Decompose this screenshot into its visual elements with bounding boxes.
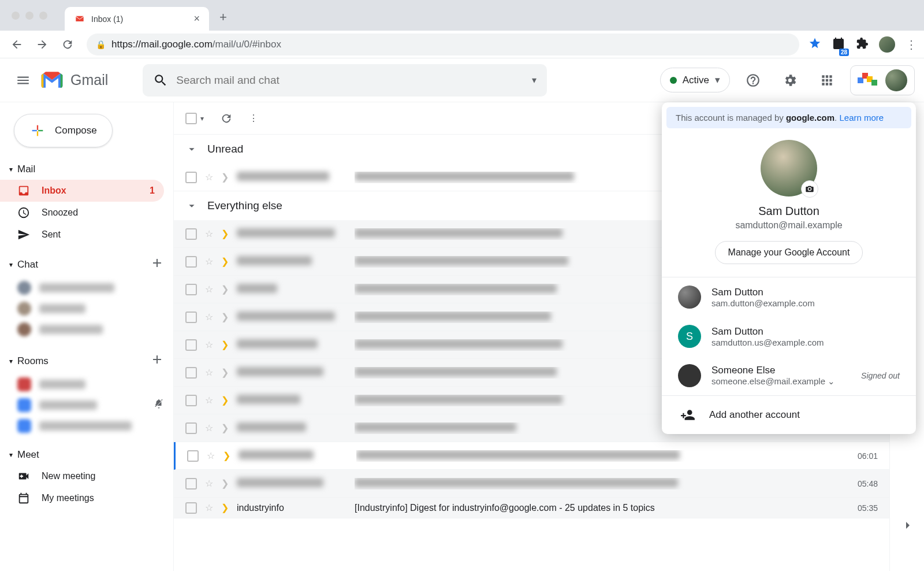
add-chat-icon[interactable] — [150, 256, 164, 273]
gmail-logo[interactable]: Gmail — [39, 71, 108, 90]
send-icon — [17, 228, 30, 241]
close-tab-icon[interactable]: × — [193, 13, 200, 25]
account-option[interactable]: Someone Elsesomeone.else@mail.example ⌄ … — [662, 356, 916, 395]
email-time: 05:35 — [846, 503, 878, 513]
signed-out-label: Signed out — [861, 371, 900, 380]
reload-button[interactable] — [58, 35, 77, 54]
account-option[interactable]: S Sam Duttonsamdutton.us@example.com — [662, 317, 916, 356]
browser-tab-strip: Inbox (1) × + — [0, 0, 924, 31]
chevron-down-icon — [185, 199, 198, 212]
room-item[interactable] — [0, 374, 173, 395]
extension-badge-count: 28 — [839, 49, 849, 56]
apps-launcher-button[interactable] — [813, 66, 841, 94]
support-button[interactable] — [739, 66, 767, 94]
room-item[interactable] — [0, 395, 173, 416]
chat-contact[interactable] — [0, 277, 173, 298]
search-box[interactable]: ▾ — [143, 64, 547, 97]
importance-icon[interactable]: ❯ — [221, 172, 229, 183]
mute-icon — [154, 399, 164, 411]
add-account-button[interactable]: Add another account — [662, 395, 916, 434]
learn-more-link[interactable]: Learn more — [839, 113, 884, 123]
email-row[interactable]: ☆❯05:48 — [174, 470, 889, 498]
new-tab-button[interactable]: + — [219, 10, 227, 25]
url-text: https://mail.google.com/mail/u/0/#inbox — [111, 39, 281, 50]
add-person-icon — [680, 407, 695, 422]
sidebar-item-label: Inbox — [42, 186, 66, 196]
extension-calendar-icon[interactable]: 28 — [832, 36, 845, 53]
browser-tab[interactable]: Inbox (1) × — [65, 7, 209, 31]
email-checkbox[interactable] — [185, 172, 197, 183]
svg-rect-3 — [871, 80, 877, 86]
status-pill[interactable]: Active ▾ — [660, 68, 730, 92]
bookmark-star-icon[interactable] — [808, 37, 821, 52]
chat-section-header[interactable]: ▾Chat — [0, 251, 173, 277]
profile-name: Sam Dutton — [662, 205, 916, 218]
chrome-profile-avatar[interactable] — [879, 36, 895, 53]
sidebar-item-label: Sent — [42, 229, 61, 240]
account-avatar — [678, 286, 701, 309]
email-time: 06:01 — [846, 451, 878, 461]
refresh-button[interactable] — [220, 112, 233, 125]
compose-plus-icon — [29, 123, 46, 139]
address-bar[interactable]: 🔒 https://mail.google.com/mail/u/0/#inbo… — [87, 34, 799, 55]
calendar-icon — [17, 492, 30, 505]
window-controls[interactable] — [12, 12, 47, 20]
back-button[interactable] — [7, 35, 27, 54]
more-button[interactable]: ⋮ — [249, 113, 258, 124]
sidebar-item-label: Snoozed — [42, 207, 78, 218]
account-popup: This account is managed by google.com. L… — [662, 102, 916, 434]
sidebar-item-label: My meetings — [42, 493, 94, 503]
chrome-menu-icon[interactable]: ⋮ — [906, 38, 917, 51]
browser-toolbar: 🔒 https://mail.google.com/mail/u/0/#inbo… — [0, 31, 924, 58]
sidebar: Compose ▾Mail Inbox 1 Snoozed Sent ▾Chat… — [0, 102, 173, 571]
search-icon — [153, 73, 168, 88]
account-avatar — [885, 69, 907, 91]
tab-title: Inbox (1) — [91, 14, 123, 24]
compose-button[interactable]: Compose — [14, 114, 113, 147]
popup-profile: Sam Dutton samdutton@mail.example Manage… — [662, 133, 916, 277]
forward-button[interactable] — [32, 35, 52, 54]
settings-button[interactable] — [776, 66, 804, 94]
manage-account-button[interactable]: Manage your Google Account — [715, 241, 863, 264]
sidebar-item-snoozed[interactable]: Snoozed — [0, 202, 164, 224]
status-caret-icon: ▾ — [715, 74, 720, 86]
inbox-icon — [17, 184, 30, 197]
sidebar-item-my-meetings[interactable]: My meetings — [0, 487, 164, 509]
change-photo-button[interactable] — [801, 180, 818, 198]
org-logo-icon — [858, 72, 878, 89]
compose-label: Compose — [55, 125, 97, 136]
sidebar-item-new-meeting[interactable]: New meeting — [0, 465, 164, 487]
select-all-checkbox[interactable]: ▾ — [185, 113, 204, 124]
meet-section-header[interactable]: ▾Meet — [0, 444, 173, 465]
account-option[interactable]: Sam Duttonsam.dutton@example.com — [662, 277, 916, 317]
chat-contact[interactable] — [0, 319, 173, 340]
clock-icon — [17, 206, 30, 219]
email-row[interactable]: ☆❯06:01 — [174, 442, 889, 470]
extensions-icon[interactable] — [856, 37, 869, 52]
add-room-icon[interactable] — [150, 353, 164, 369]
mail-section-header[interactable]: ▾Mail — [0, 159, 173, 180]
account-list: Sam Duttonsam.dutton@example.com S Sam D… — [662, 277, 916, 395]
gmail-logo-icon — [39, 71, 65, 90]
email-time: 05:48 — [846, 479, 878, 488]
account-avatar: S — [678, 325, 701, 348]
search-input[interactable] — [168, 74, 536, 87]
status-label: Active — [683, 75, 709, 86]
sidebar-item-inbox[interactable]: Inbox 1 — [0, 180, 164, 202]
sidebar-item-sent[interactable]: Sent — [0, 224, 164, 246]
inbox-count: 1 — [150, 186, 155, 196]
rooms-section-header[interactable]: ▾Rooms — [0, 348, 173, 374]
account-switcher[interactable] — [850, 65, 915, 95]
star-icon[interactable]: ☆ — [205, 172, 213, 183]
active-dot-icon — [670, 77, 677, 84]
email-row[interactable]: ☆❯industryinfo[Industryinfo] Digest for … — [174, 498, 889, 518]
search-options-icon[interactable]: ▾ — [532, 75, 536, 86]
lock-icon: 🔒 — [96, 40, 106, 49]
room-item[interactable] — [0, 416, 173, 436]
gmail-header: Gmail ▾ Active ▾ — [0, 58, 924, 102]
main-menu-button[interactable] — [9, 66, 37, 94]
side-panel-toggle-icon[interactable] — [900, 518, 914, 535]
chat-contact[interactable] — [0, 298, 173, 319]
chevron-down-icon: ⌄ — [828, 376, 835, 386]
gmail-logo-text: Gmail — [70, 72, 108, 88]
